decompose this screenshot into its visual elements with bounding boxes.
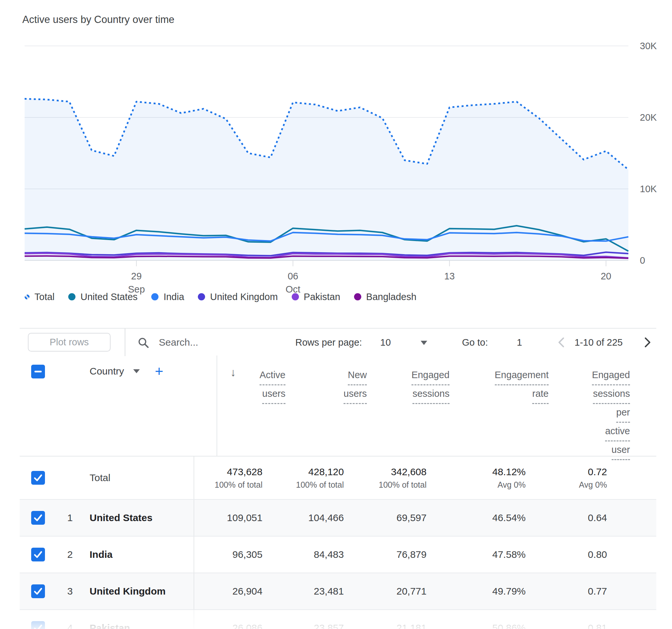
country-dropdown-caret-icon[interactable]: [133, 369, 140, 373]
column-header-engaged-sessions[interactable]: Engagedsessions: [367, 355, 450, 456]
legend-label: United Kingdom: [210, 292, 278, 302]
row-metric-value: 49.79%: [427, 586, 526, 597]
row-metric-value: 46.54%: [427, 512, 526, 523]
column-header-engagement-rate[interactable]: Engagementrate: [450, 355, 549, 456]
checkmark-icon: [31, 621, 45, 629]
table-row: 4 Pakistan 26,08623,85721,18150.86%0.81: [20, 609, 656, 629]
row-country-name: United Kingdom: [90, 586, 166, 597]
legend-swatch-icon: [25, 295, 29, 299]
total-active-users: 473,628: [194, 466, 263, 477]
rows-per-page-caret-icon[interactable]: [421, 341, 427, 345]
table-row: 1 United States 109,051104,46669,59746.5…: [20, 499, 656, 536]
pagination-range-text: 1-10 of 225: [575, 329, 623, 356]
row-index: 1: [56, 512, 79, 523]
select-all-checkbox[interactable]: [31, 365, 45, 378]
legend-label: Total: [34, 292, 54, 302]
row-metric-value: 21,181: [344, 623, 427, 629]
row-metric-value: 26,904: [194, 586, 263, 597]
row-checkbox[interactable]: [31, 621, 45, 629]
row-metric-value: 23,481: [263, 586, 344, 597]
row-metric-value: 96,305: [194, 549, 263, 560]
checkmark-icon: [31, 548, 45, 561]
legend-label: Bangladesh: [366, 292, 416, 302]
row-index: 3: [56, 586, 79, 597]
total-row-checkbox[interactable]: [31, 471, 45, 485]
row-metric-value: 0.81: [526, 623, 607, 629]
total-engagement-rate: 48.12%: [427, 466, 526, 477]
legend-item-united-kingdom: United Kingdom: [198, 292, 278, 302]
row-metric-value: 26,086: [194, 623, 263, 629]
legend-swatch-icon: [198, 293, 205, 300]
total-new-users: 428,120: [263, 466, 344, 477]
active-users-line-chart: 30K20K10K029Sep06Oct1320: [0, 0, 672, 321]
rows-per-page-select[interactable]: 10: [373, 329, 399, 356]
legend-swatch-icon: [354, 293, 361, 300]
legend-item-pakistan: Pakistan: [292, 292, 340, 302]
row-metric-value: 76,879: [344, 549, 427, 560]
table-row: 2 India 96,30584,48376,87947.58%0.80: [20, 536, 656, 573]
row-metric-value: 84,483: [263, 549, 344, 560]
row-metric-value: 23,857: [263, 623, 344, 629]
row-metric-value: 50.86%: [427, 623, 526, 629]
svg-text:10K: 10K: [640, 184, 657, 194]
search-input[interactable]: [159, 333, 287, 351]
total-row-label: Total: [90, 472, 110, 483]
legend-swatch-icon: [68, 293, 75, 300]
legend-swatch-icon: [292, 293, 299, 300]
chart-legend: TotalUnited StatesIndiaUnited KingdomPak…: [25, 289, 416, 304]
total-active-users-subtext: 100% of total: [194, 480, 263, 489]
total-engaged-sessions: 342,608: [344, 466, 427, 477]
checkmark-icon: [31, 584, 45, 598]
total-engaged-sessions-per-user: 0.72: [526, 466, 607, 477]
svg-text:20K: 20K: [640, 112, 657, 123]
checkmark-icon: [31, 471, 45, 485]
previous-page-chevron-icon[interactable]: [555, 336, 568, 349]
legend-label: India: [163, 292, 184, 302]
goto-page-input[interactable]: [505, 333, 534, 351]
svg-text:0: 0: [640, 255, 645, 266]
plot-rows-button[interactable]: Plot rows: [28, 333, 111, 352]
total-engaged-sessions-per-user-subtext: Avg 0%: [526, 480, 607, 489]
row-checkbox[interactable]: [31, 548, 45, 561]
next-page-chevron-icon[interactable]: [641, 336, 654, 349]
total-new-users-subtext: 100% of total: [263, 480, 344, 489]
table-toolbar: Plot rows Rows per page: 10 Go to: 1-10 …: [20, 328, 656, 355]
analytics-report-page: Active users by Country over time 30K20K…: [0, 0, 672, 629]
row-metric-value: 47.58%: [427, 549, 526, 560]
legend-label: Pakistan: [304, 292, 340, 302]
svg-text:06: 06: [288, 271, 298, 281]
row-metric-value: 20,771: [344, 586, 427, 597]
svg-text:29: 29: [131, 271, 142, 281]
svg-text:30K: 30K: [640, 41, 657, 51]
row-checkbox[interactable]: [31, 584, 45, 598]
row-country-name: United States: [90, 512, 152, 523]
row-metric-value: 0.64: [526, 512, 607, 523]
toolbar-divider: [125, 329, 125, 356]
row-country-name: India: [90, 549, 113, 560]
legend-item-bangladesh: Bangladesh: [354, 292, 416, 302]
row-checkbox[interactable]: [31, 511, 45, 525]
table-header-row: Country + ↓ Activeusers Newusers Engaged…: [20, 355, 656, 456]
svg-text:20: 20: [601, 271, 611, 281]
column-header-engaged-sessions-per-active-user[interactable]: Engagedsessionsperactiveuser: [549, 355, 630, 456]
country-column-header[interactable]: Country: [90, 366, 124, 377]
row-metric-value: 69,597: [344, 512, 427, 523]
rows-per-page-label: Rows per page:: [295, 329, 362, 356]
add-dimension-button[interactable]: +: [155, 365, 163, 378]
search-icon: [137, 336, 150, 349]
legend-item-total: Total: [25, 292, 54, 302]
row-country-name: Pakistan: [90, 623, 130, 629]
checkmark-icon: [31, 511, 45, 525]
row-metric-value: 0.77: [526, 586, 607, 597]
legend-label: United States: [80, 292, 138, 302]
row-metric-value: 0.80: [526, 549, 607, 560]
column-header-new-users[interactable]: Newusers: [286, 355, 367, 456]
table-total-row: Total 473,628100% of total 428,120100% o…: [20, 456, 656, 499]
row-index: 4: [56, 623, 79, 629]
row-metric-value: 109,051: [194, 512, 263, 523]
column-header-active-users[interactable]: Activeusers: [217, 355, 286, 456]
total-engagement-rate-subtext: Avg 0%: [427, 480, 526, 489]
country-metrics-table: Country + ↓ Activeusers Newusers Engaged…: [20, 355, 656, 629]
row-metric-value: 104,466: [263, 512, 344, 523]
svg-text:13: 13: [444, 271, 455, 281]
